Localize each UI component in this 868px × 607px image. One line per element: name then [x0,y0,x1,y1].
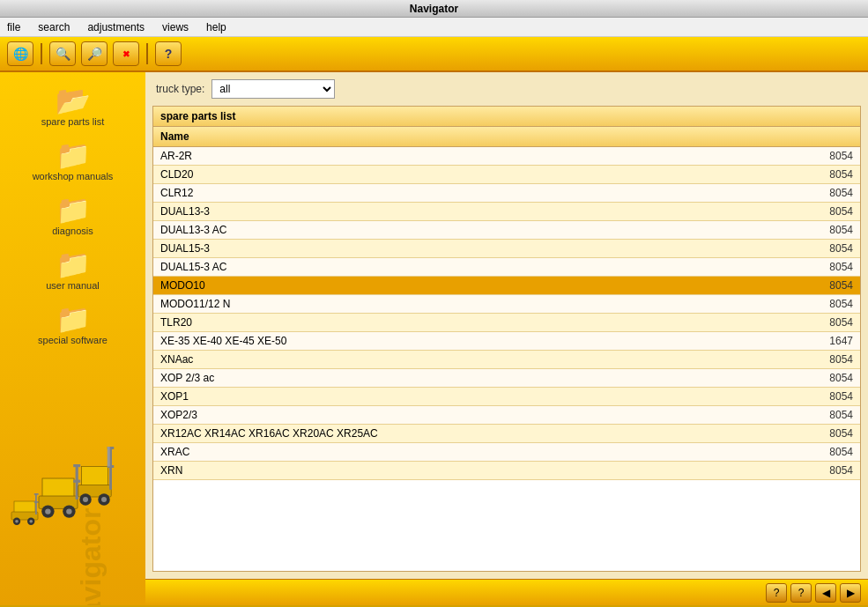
row-name: MODO10 [153,277,807,295]
folder-icon-diagnosis: 📁 [56,196,91,224]
svg-rect-16 [73,464,80,467]
menu-search[interactable]: search [34,19,73,35]
sidebar-label-spare-parts: spare parts list [41,116,105,127]
sidebar-item-user-manual[interactable]: 📁 user manual [7,247,138,294]
folder-icon-workshop: 📁 [56,141,91,169]
table-row[interactable]: AR-2R8054 [153,147,860,166]
row-number: 8054 [807,295,860,314]
menu-help[interactable]: help [203,19,230,35]
truck-type-label: truck type: [156,83,204,95]
sidebar-item-special-software[interactable]: 📁 special software [7,301,138,349]
truck-type-select[interactable]: all [211,79,335,99]
row-number: 8054 [807,443,860,462]
row-name: XRN [153,462,807,480]
nav-btn-1[interactable]: ? [766,583,787,603]
svg-point-14 [66,508,71,514]
parts-data-table: Name AR-2R8054CLD208054CLR128054DUAL13-3… [153,127,860,480]
sidebar-item-diagnosis[interactable]: 📁 diagnosis [7,192,138,240]
row-number: 8054 [807,221,860,240]
parts-list-header: spare parts list [153,107,860,127]
help-button[interactable]: ? [155,41,182,66]
svg-rect-7 [34,493,39,495]
row-name: DUAL15-3 [153,240,807,258]
svg-point-12 [45,508,50,514]
sidebar-label-special-software: special software [38,335,108,345]
sidebar-label-user-manual: user manual [46,280,100,291]
sidebar: 📂 spare parts list 📁 workshop manuals 📁 … [0,72,145,605]
main-area: 📂 spare parts list 📁 workshop manuals 📁 … [0,72,868,605]
sidebar-item-workshop-manuals[interactable]: 📁 workshop manuals [7,137,138,185]
row-number: 8054 [807,166,860,184]
table-row[interactable]: XR12AC XR14AC XR16AC XR20AC XR25AC8054 [153,425,860,443]
table-row[interactable]: MODO11/12 N8054 [153,295,860,314]
row-number: 8054 [807,184,860,203]
table-row[interactable]: XOP2/38054 [153,406,860,425]
table-row[interactable]: MODO108054 [153,277,860,295]
table-row[interactable]: XNAac8054 [153,351,860,369]
row-name: XR12AC XR14AC XR16AC XR20AC XR25AC [153,425,807,443]
folder-icon-user-manual: 📁 [56,250,91,278]
sidebar-item-spare-parts-list[interactable]: 📂 spare parts list [7,83,138,130]
svg-rect-6 [35,493,37,514]
zoom-button[interactable]: 🔎 [81,41,108,66]
svg-point-3 [15,520,19,523]
table-row[interactable]: DUAL13-38054 [153,203,860,221]
row-name: XE-35 XE-40 XE-45 XE-50 [153,332,807,351]
sidebar-label-diagnosis: diagnosis [52,226,93,236]
toolbar-separator-1 [41,43,42,64]
row-name: CLR12 [153,184,807,203]
svg-point-21 [83,497,88,502]
table-row[interactable]: CLR128054 [153,184,860,203]
nav-btn-2[interactable]: ? [790,583,812,603]
table-row[interactable]: XE-35 XE-40 XE-45 XE-501647 [153,332,860,351]
row-number: 8054 [807,314,860,332]
table-row[interactable]: XOP18054 [153,388,860,406]
svg-point-5 [29,520,33,523]
menu-views[interactable]: views [159,19,192,35]
search-button[interactable]: 🔍 [49,41,76,66]
table-row[interactable]: DUAL15-38054 [153,240,860,258]
nav-btn-forward[interactable]: ▶ [840,583,861,603]
row-number: 8054 [807,147,860,166]
row-name: DUAL13-3 [153,203,807,221]
row-number: 8054 [807,277,860,295]
home-button[interactable]: 🌐 [7,41,33,66]
stop-button[interactable]: ✖ [113,41,139,66]
content-panel: truck type: all spare parts list Name AR… [145,72,868,605]
row-name: TLR20 [153,314,807,332]
parts-table[interactable]: Name AR-2R8054CLD208054CLR128054DUAL13-3… [153,127,860,571]
row-number: 8054 [807,406,860,425]
table-row[interactable]: TLR208054 [153,314,860,332]
row-name: DUAL15-3 AC [153,258,807,277]
row-number: 8054 [807,258,860,277]
table-row[interactable]: XRAC8054 [153,443,860,462]
table-row[interactable]: XOP 2/3 ac8054 [153,369,860,388]
menu-bar: file search adjustments views help [0,18,868,37]
row-number: 8054 [807,425,860,443]
row-name: XOP 2/3 ac [153,369,807,388]
row-name: XNAac [153,351,807,369]
row-name: XRAC [153,443,807,462]
svg-rect-17 [73,480,80,483]
toolbar: 🌐 🔍 🔎 ✖ ? [0,37,868,72]
sidebar-label-workshop: workshop manuals [33,171,114,181]
forklift-illustration [9,411,132,552]
row-number: 8054 [807,240,860,258]
title-text: Navigator [410,3,458,15]
table-row[interactable]: DUAL13-3 AC8054 [153,221,860,240]
menu-adjustments[interactable]: adjustments [84,19,148,35]
table-row[interactable]: DUAL15-3 AC8054 [153,258,860,277]
menu-file[interactable]: file [4,19,24,35]
table-row[interactable]: XRN8054 [153,462,860,480]
table-row[interactable]: CLD208054 [153,166,860,184]
col-header-number [807,127,860,147]
truck-type-row: truck type: all [145,72,868,106]
row-number: 1647 [807,332,860,351]
row-name: XOP2/3 [153,406,807,425]
svg-rect-27 [108,447,110,467]
row-number: 8054 [807,351,860,369]
folder-icon-spare-parts: 📂 [56,86,91,115]
nav-btn-back[interactable]: ◀ [815,583,836,603]
col-header-name: Name [153,127,807,147]
title-bar: Navigator [0,0,868,18]
